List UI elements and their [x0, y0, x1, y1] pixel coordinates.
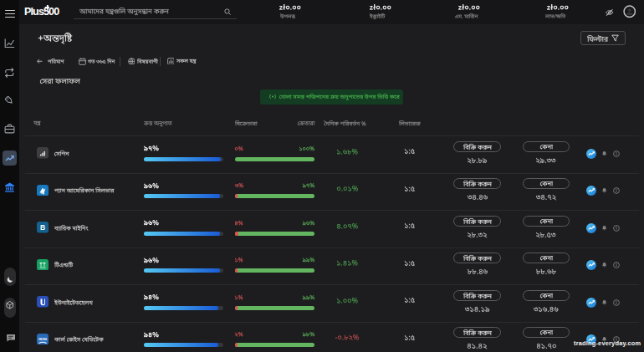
- svg-text:ZEISS: ZEISS: [38, 337, 48, 340]
- svg-text:B: B: [40, 223, 45, 232]
